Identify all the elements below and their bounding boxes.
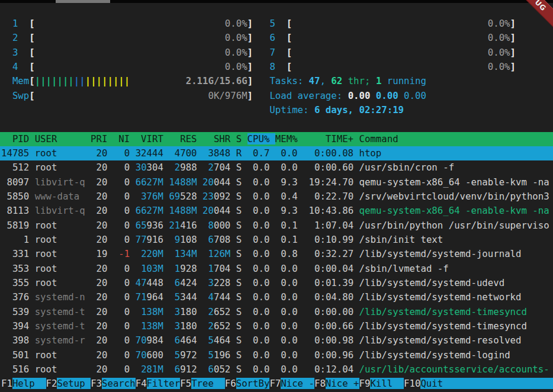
load-5min: 0.00 <box>376 90 398 101</box>
state-cell: S <box>230 291 247 303</box>
pri-cell: 20 <box>91 191 113 202</box>
fkey-f6[interactable]: F6 <box>225 378 236 389</box>
process-row[interactable]: 353 root 20 0 103M 1928 1704 S 0.0 0.0 0… <box>0 262 553 276</box>
tab-indicator <box>56 0 110 3</box>
state-cell: S <box>230 176 247 188</box>
process-row-selected[interactable]: 14785 root 20 0 32444 4700 3848 R 0.7 0.… <box>0 146 553 160</box>
mem-label: Mem <box>12 75 29 86</box>
state-cell: S <box>230 277 247 288</box>
fkey-f3[interactable]: F3 <box>91 378 102 389</box>
ni-cell: 0 <box>113 162 130 173</box>
process-row[interactable]: 376 systemd-n 20 0 71964 5344 4744 S 0.0… <box>0 290 553 304</box>
meter-open-bracket: [ <box>29 32 34 43</box>
process-row[interactable]: 394 systemd-t 20 0 138M 3180 2652 S 0.0 … <box>0 319 553 333</box>
meter-open-bracket: [ <box>29 18 34 29</box>
mem-size-value: 126M <box>202 248 230 259</box>
pid-cell: 516 <box>1 364 35 375</box>
sort-column-header[interactable]: CPU% <box>247 133 275 144</box>
ni-cell: 0 <box>113 291 130 303</box>
process-row[interactable]: 1 root 20 0 77916 9108 6708 S 0.0 0.1 0:… <box>0 233 553 247</box>
fkey-label-filter[interactable]: Filter <box>147 378 181 389</box>
fkey-f8[interactable]: F8 <box>314 378 326 389</box>
cpu-cell: 0.0 <box>247 291 275 303</box>
fkey-label-setup[interactable]: Setup <box>57 378 91 389</box>
fkey-f1[interactable]: F1 <box>1 378 12 389</box>
cpu-meter-number: 8 <box>269 61 275 72</box>
ni-cell: 0 <box>113 220 130 231</box>
meter-open-bracket: [ <box>29 75 34 86</box>
meter-close-bracket: ] <box>247 18 253 29</box>
fkey-f10[interactable]: F10 <box>404 378 420 389</box>
time-cell: 0:10.99 <box>303 234 359 245</box>
cpu-meter-number: 4 <box>12 61 18 72</box>
command-cell: /lib/systemd/systemd-timesyncd <box>359 320 527 332</box>
process-row[interactable]: 5819 root 20 0 65936 21416 8000 S 0.0 0.… <box>0 219 553 233</box>
mem-size-value: 6 <box>202 364 214 375</box>
process-row[interactable]: 331 root 19 -1 220M 134M 126M S 0.0 0.8 … <box>0 247 553 261</box>
fkey-label-nice-[interactable]: Nice + <box>326 378 359 389</box>
running-label: running <box>381 75 426 86</box>
user-cell: libvirt-q <box>35 176 91 188</box>
cpu-meter-row: 1 [ 0.0%] 5 [ 0.0%] <box>0 17 553 31</box>
process-row[interactable]: 8113 libvirt-q 20 0 6627M 1488M 20044 S … <box>0 204 553 218</box>
fkey-f5[interactable]: F5 <box>180 378 191 389</box>
user-cell: libvirt-q <box>35 205 91 216</box>
pid-cell: 5850 <box>1 191 35 202</box>
user-cell: systemd-n <box>35 291 91 303</box>
table-header-row[interactable]: PID USER PRI NI VIRT RES SHR S CPU% MEM%… <box>0 132 553 146</box>
ni-cell: 0 <box>113 263 130 274</box>
mem-size-value: 21 <box>169 220 180 231</box>
cpu-cell: 0.0 <box>247 162 275 173</box>
mem-size-value: 2 <box>169 162 180 173</box>
process-row[interactable]: 5850 www-data 20 0 376M 69528 23092 S 0.… <box>0 189 553 204</box>
pri-cell: 20 <box>91 162 113 173</box>
process-row[interactable]: 398 systemd-r 20 0 70984 6464 5464 S 0.0… <box>0 333 553 348</box>
pri-cell: 20 <box>91 205 113 216</box>
state-cell: S <box>230 306 247 317</box>
ni-cell: 0 <box>113 306 130 317</box>
time-cell: 0:01.39 <box>303 277 359 288</box>
fkey-label-kill[interactable]: Kill <box>370 378 404 389</box>
fkey-f4[interactable]: F4 <box>136 378 147 389</box>
fkey-f2[interactable]: F2 <box>46 378 57 389</box>
pri-cell: 20 <box>91 176 113 188</box>
fkey-label-nice-[interactable]: Nice - <box>281 378 314 389</box>
fkey-label-tree[interactable]: Tree <box>191 378 225 389</box>
fkey-label-quit[interactable]: Quit <box>420 378 553 389</box>
process-row[interactable]: 512 root 20 0 30304 2988 2704 S 0.0 0.0 … <box>0 160 553 175</box>
cpu-cell: 0.0 <box>247 191 275 202</box>
fkey-label-sortby[interactable]: SortBy <box>236 378 270 389</box>
process-row[interactable]: 501 root 20 0 70600 5972 5196 S 0.0 0.0 … <box>0 348 553 362</box>
process-row[interactable]: 516 root 20 0 281M 6912 6052 S 0.0 0.0 0… <box>0 362 553 377</box>
fkey-f7[interactable]: F7 <box>269 378 281 389</box>
cpu-meter-number: 1 <box>12 18 18 29</box>
time-cell: 0:00.00 <box>303 306 359 317</box>
user-cell: root <box>35 162 91 173</box>
state-cell: S <box>230 248 247 259</box>
mem-size-value: 5 <box>169 291 180 303</box>
meter-open-bracket: [ <box>287 47 292 58</box>
pid-cell: 353 <box>1 263 35 274</box>
ni-cell: 0 <box>113 205 130 216</box>
tasks-count: 47 <box>309 75 320 86</box>
uptime-row: Uptime: 6 days, 02:27:19 <box>0 103 553 117</box>
mem-size-value: 3 <box>202 277 214 288</box>
cpu-cell: 0.0 <box>247 277 275 288</box>
fkey-label-search[interactable]: Search <box>102 378 136 389</box>
cpu-meter-value: 0.0% <box>35 18 247 29</box>
uptime-label: Uptime: <box>269 104 314 115</box>
fkey-f9[interactable]: F9 <box>359 378 371 389</box>
window-top-strip <box>0 0 553 3</box>
process-row[interactable]: 539 systemd-t 20 0 138M 3180 2652 S 0.0 … <box>0 305 553 319</box>
cpu-meter-number: 7 <box>269 47 275 58</box>
cpu-meter-value: 0.0% <box>292 32 510 43</box>
process-row[interactable]: 355 root 20 0 47448 6424 3228 S 0.0 0.0 … <box>0 276 553 290</box>
cpu-meter-number: 5 <box>269 18 275 29</box>
pid-cell: 5819 <box>1 220 35 231</box>
time-cell: 0:32.27 <box>303 248 359 259</box>
fkey-label-help[interactable]: Help <box>12 378 46 389</box>
pri-cell: 20 <box>91 277 113 288</box>
meter-close-bracket: ] <box>510 32 516 43</box>
mem-size-value: 71 <box>136 291 147 303</box>
process-row[interactable]: 8097 libvirt-q 20 0 6627M 1488M 20044 S … <box>0 175 553 189</box>
